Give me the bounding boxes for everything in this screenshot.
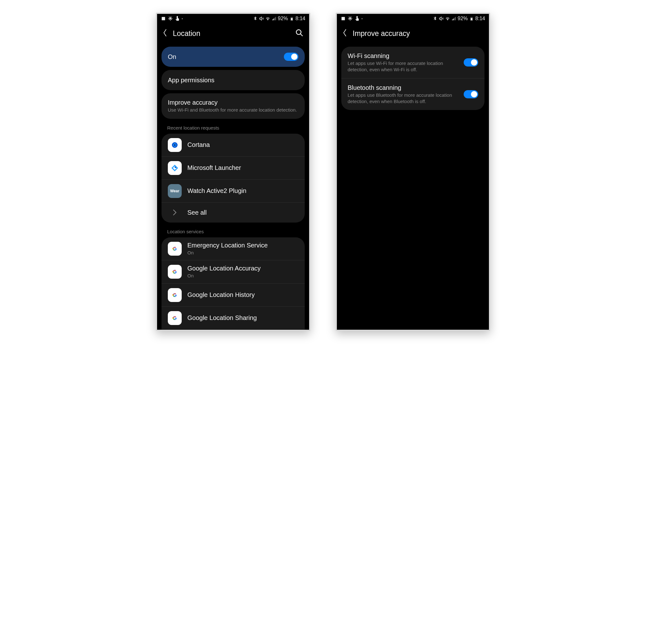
service-label: Google Location Sharing (187, 314, 298, 321)
service-item-sharing[interactable]: Google Location Sharing (162, 306, 305, 330)
chevron-right-icon (168, 209, 182, 216)
google-icon (168, 242, 182, 256)
phone-location: • 92% 8:14 Location On (156, 13, 310, 331)
improve-accuracy-sub: Use Wi-Fi and Bluetooth for more accurat… (168, 107, 298, 113)
service-item-accuracy[interactable]: Google Location Accuracy On (162, 260, 305, 283)
page-title: Location (173, 29, 290, 38)
google-icon (168, 311, 182, 325)
battery-pct: 92% (278, 16, 288, 21)
more-dot-icon: • (361, 17, 363, 20)
signal-icon (272, 16, 277, 21)
app-permissions-label: App permissions (168, 77, 298, 84)
image-icon (161, 16, 166, 21)
titlebar: Location (157, 23, 309, 43)
service-label: Emergency Location Service (187, 242, 298, 249)
status-bar: • 92% 8:14 (157, 14, 309, 23)
touch-icon (175, 16, 180, 21)
clock-time: 8:14 (475, 16, 485, 21)
battery-icon (289, 16, 294, 21)
status-bar: • 92% 8:14 (337, 14, 489, 23)
bt-scanning-label: Bluetooth scanning (348, 84, 458, 92)
bt-scanning-sub: Let apps use Bluetooth for more accurate… (348, 92, 458, 104)
service-label: Google Location Accuracy (187, 265, 298, 272)
mute-icon (259, 16, 264, 21)
clock-time: 8:14 (296, 16, 305, 21)
signal-icon (451, 16, 456, 21)
scanning-card: Wi-Fi scanning Let apps use Wi-Fi for mo… (341, 47, 484, 110)
see-all-row[interactable]: See all (162, 203, 305, 223)
service-sub: On (187, 250, 298, 256)
recent-label: Microsoft Launcher (187, 164, 298, 171)
mute-icon (439, 16, 444, 21)
svg-point-4 (174, 144, 176, 146)
improve-accuracy-card[interactable]: Improve accuracy Use Wi-Fi and Bluetooth… (162, 93, 305, 119)
google-icon (168, 288, 182, 302)
services-card: Emergency Location Service On Google Loc… (162, 237, 305, 330)
phone-improve-accuracy: • 92% 8:14 Improve accuracy Wi-Fi scanni… (336, 13, 490, 331)
wear-icon: Wear (168, 184, 182, 198)
app-permissions-card[interactable]: App permissions (162, 70, 305, 90)
bluetooth-icon (432, 16, 437, 21)
mslauncher-icon (168, 161, 182, 175)
wifi-scanning-sub: Let apps use Wi-Fi for more accurate loc… (348, 60, 458, 73)
service-item-history[interactable]: Google Location History (162, 283, 305, 306)
recent-item-mslauncher[interactable]: Microsoft Launcher (162, 156, 305, 179)
recent-item-wear[interactable]: Wear Watch Active2 Plugin (162, 179, 305, 203)
page-title: Improve accuracy (353, 29, 483, 38)
back-button[interactable] (342, 29, 347, 38)
recent-label: Cortana (187, 141, 298, 148)
image-icon (341, 16, 346, 21)
bt-scanning-row[interactable]: Bluetooth scanning Let apps use Bluetoot… (341, 78, 484, 110)
search-button[interactable] (295, 29, 304, 38)
wifi-scanning-row[interactable]: Wi-Fi scanning Let apps use Wi-Fi for mo… (341, 47, 484, 78)
battery-pct: 92% (458, 16, 468, 21)
wifi-scanning-label: Wi-Fi scanning (348, 52, 458, 59)
services-header: Location services (159, 226, 307, 234)
more-dot-icon: • (182, 17, 183, 20)
wifi-icon (445, 16, 450, 21)
back-button[interactable] (163, 29, 167, 38)
wifi-scanning-toggle[interactable] (464, 58, 478, 67)
service-item-els[interactable]: Emergency Location Service On (162, 237, 305, 260)
improve-accuracy-label: Improve accuracy (168, 99, 298, 106)
master-toggle[interactable] (284, 53, 298, 61)
battery-icon (469, 16, 474, 21)
service-label: Google Location History (187, 291, 298, 298)
master-toggle-card[interactable]: On (162, 47, 305, 67)
service-sub: On (187, 273, 298, 279)
recent-item-cortana[interactable]: Cortana (162, 134, 305, 156)
snowflake-icon (168, 16, 173, 21)
snowflake-icon (348, 16, 353, 21)
google-icon (168, 265, 182, 279)
see-all-label: See all (187, 209, 298, 216)
bt-scanning-toggle[interactable] (464, 90, 478, 98)
touch-icon (354, 16, 359, 21)
recent-header: Recent location requests (159, 122, 307, 130)
master-toggle-label: On (168, 53, 278, 60)
cortana-icon (168, 138, 182, 152)
wifi-icon (265, 16, 270, 21)
recent-card: Cortana Microsoft Launcher Wear Watch Ac… (162, 134, 305, 223)
titlebar: Improve accuracy (337, 23, 489, 43)
recent-label: Watch Active2 Plugin (187, 187, 298, 195)
bluetooth-icon (253, 16, 258, 21)
